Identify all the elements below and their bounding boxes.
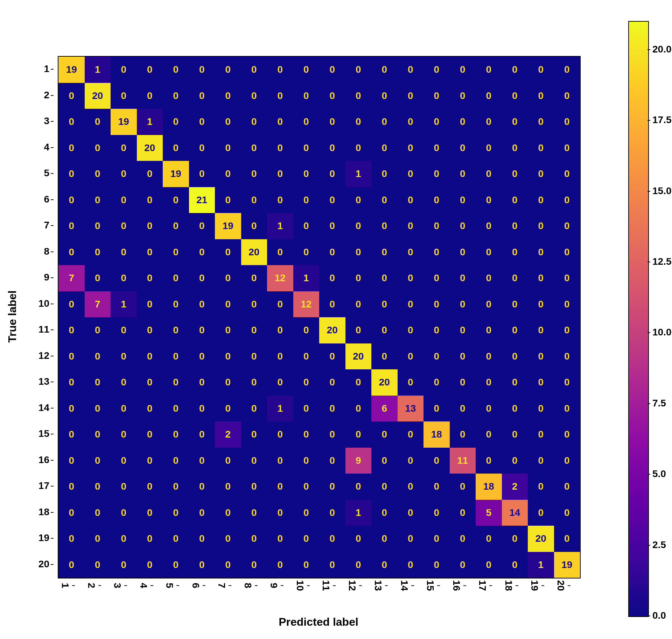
heatmap-cell: 0 (241, 265, 267, 291)
heatmap-cell: 0 (163, 396, 189, 422)
heatmap-cell: 0 (293, 421, 320, 448)
heatmap-cell: 0 (267, 343, 293, 370)
heatmap-cell: 0 (528, 135, 554, 161)
y-tick-label: 5 (44, 168, 49, 179)
heatmap-cell: 0 (502, 109, 528, 135)
heatmap-cell: 0 (137, 421, 163, 448)
heatmap-cell: 0 (371, 500, 398, 526)
heatmap-cell: 0 (58, 421, 85, 448)
heatmap-cell: 0 (319, 213, 345, 239)
x-tick-label: 4 (138, 583, 149, 588)
heatmap-cell: 0 (476, 265, 502, 291)
heatmap-cell: 0 (163, 448, 189, 474)
heatmap-cell: 0 (137, 500, 163, 526)
heatmap-cell: 0 (528, 109, 554, 135)
heatmap-cell: 0 (424, 187, 450, 213)
heatmap-cell: 0 (319, 369, 345, 396)
heatmap-cell: 0 (111, 57, 137, 83)
heatmap-cell: 0 (398, 213, 424, 239)
y-tick-label: 8 (44, 246, 49, 257)
heatmap-cell: 0 (502, 83, 528, 109)
heatmap-cell: 0 (189, 57, 215, 83)
heatmap-cell: 0 (502, 421, 528, 448)
heatmap-cell: 0 (58, 213, 85, 239)
heatmap-cell: 0 (215, 369, 241, 396)
confusion-matrix-heatmap: 1910000000000000000000200000000000000000… (58, 56, 581, 578)
heatmap-cell: 0 (215, 343, 241, 370)
heatmap-cell: 0 (319, 83, 345, 109)
x-tick-label: 1 (59, 583, 71, 588)
x-tick-label: 6 (190, 583, 201, 588)
heatmap-cell: 0 (345, 239, 372, 265)
y-tick-label: 16 (38, 454, 49, 466)
heatmap-cell: 0 (371, 317, 398, 343)
heatmap-cell: 21 (189, 187, 215, 213)
heatmap-cell: 0 (58, 109, 85, 135)
heatmap-cell: 0 (163, 421, 189, 448)
heatmap-cell: 0 (163, 239, 189, 265)
heatmap-cell: 0 (345, 291, 372, 318)
heatmap-cell: 0 (450, 187, 476, 213)
heatmap-cell: 0 (528, 213, 554, 239)
heatmap-cell: 0 (111, 500, 137, 526)
x-tick-label: 16 (451, 580, 462, 591)
heatmap-cell: 0 (293, 474, 320, 500)
x-tick-label: 10 (294, 580, 306, 591)
heatmap-cell: 0 (215, 135, 241, 161)
heatmap-cell: 0 (58, 83, 85, 109)
heatmap-cell: 0 (345, 369, 372, 396)
heatmap-cell: 0 (163, 83, 189, 109)
heatmap-cell: 0 (371, 552, 398, 578)
y-tick-label: 4 (44, 142, 49, 153)
figure: True label Predicted label 1910000000000… (0, 0, 672, 639)
heatmap-cell: 0 (502, 239, 528, 265)
heatmap-cell: 0 (241, 500, 267, 526)
heatmap-cell: 0 (398, 343, 424, 370)
heatmap-cell: 0 (424, 396, 450, 422)
heatmap-cell: 0 (267, 135, 293, 161)
heatmap-cell: 0 (424, 526, 450, 552)
heatmap-cell: 0 (163, 500, 189, 526)
heatmap-cell: 0 (424, 109, 450, 135)
heatmap-cell: 0 (85, 213, 111, 239)
heatmap-cell: 0 (293, 135, 320, 161)
heatmap-cell: 0 (398, 109, 424, 135)
heatmap-cell: 0 (476, 83, 502, 109)
heatmap-cell: 0 (267, 161, 293, 187)
heatmap-cell: 0 (502, 265, 528, 291)
heatmap-cell: 0 (371, 474, 398, 500)
heatmap-cell: 0 (398, 552, 424, 578)
heatmap-cell: 0 (398, 57, 424, 83)
heatmap-cell: 0 (241, 448, 267, 474)
heatmap-cell: 0 (319, 552, 345, 578)
heatmap-cell: 0 (345, 265, 372, 291)
heatmap-cell: 0 (267, 500, 293, 526)
heatmap-cell: 0 (241, 343, 267, 370)
heatmap-cell: 12 (267, 265, 293, 291)
heatmap-cell: 1 (345, 161, 372, 187)
heatmap-cell: 0 (241, 83, 267, 109)
heatmap-cell: 0 (137, 317, 163, 343)
x-axis-label: Predicted label (279, 616, 358, 629)
heatmap-cell: 0 (476, 135, 502, 161)
heatmap-cell: 0 (424, 161, 450, 187)
y-tick-label: 13 (38, 376, 49, 387)
heatmap-cell: 0 (163, 474, 189, 500)
heatmap-cell: 0 (476, 396, 502, 422)
heatmap-cell: 0 (319, 135, 345, 161)
heatmap-cell: 0 (58, 291, 85, 318)
heatmap-cell: 0 (398, 369, 424, 396)
heatmap-cell: 0 (554, 265, 580, 291)
heatmap-cell: 0 (528, 161, 554, 187)
heatmap-cell: 0 (450, 500, 476, 526)
colorbar-tick-label: 7.5 (652, 398, 666, 409)
x-tick-label: 17 (477, 580, 488, 591)
x-tick-label: 15 (425, 580, 436, 591)
heatmap-cell: 0 (398, 448, 424, 474)
y-tick-label: 11 (38, 324, 49, 335)
heatmap-cell: 0 (528, 448, 554, 474)
heatmap-cell: 20 (371, 369, 398, 396)
heatmap-cell: 0 (111, 369, 137, 396)
y-tick-label: 2 (44, 90, 49, 101)
heatmap-cell: 0 (398, 474, 424, 500)
